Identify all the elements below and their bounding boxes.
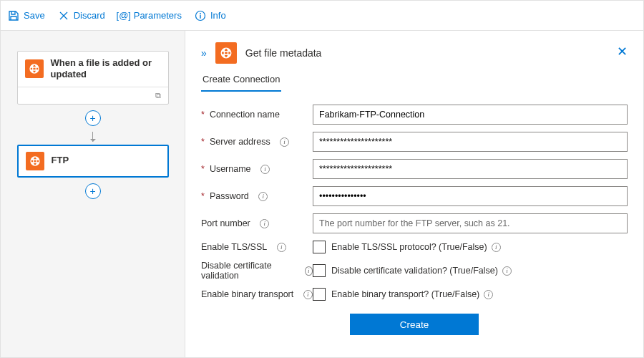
server-address-input[interactable]	[313, 132, 628, 152]
discard-label: Discard	[74, 10, 105, 21]
toolbar: Save Discard [@] Parameters Info	[1, 1, 643, 31]
enable-tls-text: Enable TLS/SSL protocol? (True/False)	[331, 242, 487, 252]
svg-point-1	[200, 13, 201, 14]
save-button[interactable]: Save	[8, 10, 45, 21]
ftp-icon	[26, 152, 44, 170]
trigger-label: When a file is added or updated	[51, 57, 161, 81]
save-label: Save	[24, 10, 45, 21]
ftp-icon	[25, 59, 44, 78]
action-panel: ✕ » Get file metadata Create Connection …	[185, 31, 643, 357]
discard-icon	[58, 10, 69, 21]
create-button[interactable]: Create	[350, 314, 479, 335]
info-icon[interactable]: i	[260, 219, 269, 228]
enable-tls-checkbox[interactable]	[313, 241, 326, 253]
add-step-button[interactable]: +	[85, 183, 101, 199]
parameters-button[interactable]: [@] Parameters	[118, 10, 182, 21]
enable-binary-text: Enable binary transport? (True/False)	[331, 289, 479, 299]
panel-title: Get file metadata	[245, 47, 322, 59]
info-icon[interactable]: i	[260, 165, 270, 174]
info-icon[interactable]: i	[492, 243, 501, 252]
collapse-icon[interactable]: »	[201, 47, 207, 59]
info-icon[interactable]: i	[280, 137, 289, 147]
label-enable-tls: Enable TLS/SSL	[201, 242, 267, 252]
username-input[interactable]	[313, 159, 628, 179]
parameters-icon: [@]	[118, 10, 130, 21]
designer-canvas: When a file is added or updated ⧉ + FTP …	[1, 31, 185, 357]
save-icon	[8, 10, 19, 21]
svg-rect-2	[200, 14, 200, 18]
ftp-icon	[215, 42, 237, 64]
port-number-input[interactable]	[313, 213, 628, 233]
tab-create-connection[interactable]: Create Connection	[201, 74, 281, 92]
info-icon[interactable]: i	[277, 243, 286, 252]
close-icon[interactable]: ✕	[617, 44, 628, 59]
action-label: FTP	[52, 155, 69, 166]
info-label: Info	[210, 10, 226, 21]
password-input[interactable]	[313, 186, 628, 206]
label-enable-binary: Enable binary transport	[201, 289, 293, 299]
add-step-button[interactable]: +	[85, 110, 101, 126]
label-disable-cert: Disable certificate validation	[201, 261, 295, 281]
connection-name-input[interactable]	[313, 105, 628, 125]
label-username: Username	[210, 164, 251, 174]
info-icon[interactable]: i	[305, 266, 313, 276]
connection-form: *Connection name *Server address i *User…	[201, 105, 628, 301]
disable-cert-text: Disable certificate validation? (True/Fa…	[331, 266, 498, 276]
link-icon: ⧉	[155, 91, 161, 100]
info-icon[interactable]: i	[484, 290, 493, 299]
trigger-node[interactable]: When a file is added or updated ⧉	[17, 51, 169, 105]
label-port-number: Port number	[201, 218, 250, 228]
enable-binary-checkbox[interactable]	[313, 288, 326, 301]
action-node-ftp[interactable]: FTP	[17, 145, 169, 178]
label-password: Password	[210, 191, 249, 201]
connector-arrow	[92, 132, 93, 142]
disable-cert-checkbox[interactable]	[313, 264, 326, 277]
label-connection-name: Connection name	[210, 110, 280, 120]
info-icon	[195, 10, 206, 21]
info-icon[interactable]: i	[303, 290, 313, 299]
label-server-address: Server address	[210, 137, 270, 147]
info-icon[interactable]: i	[502, 266, 512, 276]
parameters-label: Parameters	[134, 10, 182, 21]
info-button[interactable]: Info	[195, 10, 226, 21]
info-icon[interactable]: i	[258, 192, 268, 201]
node-footer: ⧉	[18, 87, 168, 104]
discard-button[interactable]: Discard	[58, 10, 105, 21]
